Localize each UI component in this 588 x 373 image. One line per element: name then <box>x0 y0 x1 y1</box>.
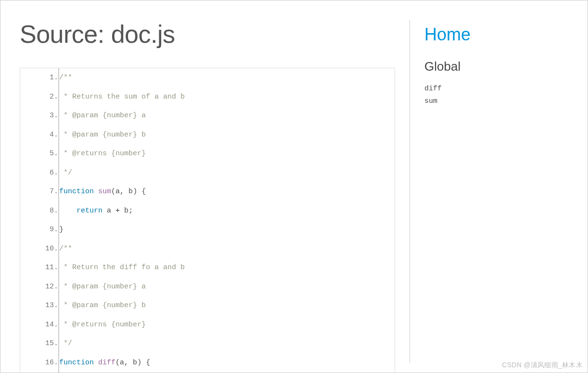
line-number: 3. <box>20 106 59 125</box>
code-line: 11. * Return the diff fo a and b <box>20 258 395 277</box>
code-line: 9.} <box>20 220 395 239</box>
code-line: 6. */ <box>20 163 395 183</box>
watermark: CSDN @清风细雨_林木木 <box>502 361 583 370</box>
code-line: 13. * @param {number} b <box>20 296 395 315</box>
line-content: * @param {number} b <box>59 296 395 315</box>
line-number: 13. <box>20 296 59 315</box>
home-link[interactable]: Home <box>424 25 568 45</box>
line-number: 14. <box>20 315 59 335</box>
global-link-sum[interactable]: sum <box>424 97 437 105</box>
source-code-block: 1./**2. * Returns the sum of a and b3. *… <box>20 68 395 373</box>
line-number: 15. <box>20 334 59 353</box>
line-number: 6. <box>20 163 59 183</box>
code-line: 15. */ <box>20 334 395 353</box>
doc-container: Source: doc.js 1./**2. * Returns the sum… <box>0 0 588 373</box>
line-number: 2. <box>20 87 59 107</box>
line-number: 4. <box>20 125 59 145</box>
line-content: function sum(a, b) { <box>59 182 395 201</box>
code-line: 8. return a + b; <box>20 201 395 221</box>
line-content: * Returns the sum of a and b <box>59 87 395 107</box>
code-line: 1./** <box>20 68 395 87</box>
line-number: 12. <box>20 277 59 297</box>
line-content: * Return the diff fo a and b <box>59 258 395 277</box>
code-line: 16.function diff(a, b) { <box>20 353 395 373</box>
list-item: sum <box>424 95 568 108</box>
line-content: */ <box>59 334 395 353</box>
code-line: 12. * @param {number} a <box>20 277 395 297</box>
line-content: * @returns {number} <box>59 144 395 163</box>
line-number: 11. <box>20 258 59 277</box>
code-line: 14. * @returns {number} <box>20 315 395 335</box>
line-number: 5. <box>20 144 59 163</box>
code-line: 4. * @param {number} b <box>20 125 395 145</box>
line-content: * @returns {number} <box>59 315 395 335</box>
code-table: 1./**2. * Returns the sum of a and b3. *… <box>20 68 395 373</box>
line-content: */ <box>59 163 395 183</box>
line-content: function diff(a, b) { <box>59 353 395 373</box>
list-item: diff <box>424 83 568 95</box>
code-line: 7.function sum(a, b) { <box>20 182 395 201</box>
line-content: * @param {number} a <box>59 277 395 297</box>
line-number: 10. <box>20 239 59 259</box>
line-number: 1. <box>20 68 59 87</box>
main-content: Source: doc.js 1./**2. * Returns the sum… <box>20 20 409 363</box>
line-number: 9. <box>20 220 59 239</box>
line-content: } <box>59 220 395 239</box>
code-line: 5. * @returns {number} <box>20 144 395 163</box>
line-number: 8. <box>20 201 59 221</box>
page-title: Source: doc.js <box>20 20 395 49</box>
sidebar-heading-global: Global <box>424 59 568 74</box>
line-content: /** <box>59 239 395 259</box>
global-list: diffsum <box>424 83 568 107</box>
line-content: return a + b; <box>59 201 395 221</box>
sidebar: Home Global diffsum <box>409 20 568 363</box>
line-number: 16. <box>20 353 59 373</box>
code-line: 3. * @param {number} a <box>20 106 395 125</box>
code-line: 2. * Returns the sum of a and b <box>20 87 395 107</box>
line-content: * @param {number} a <box>59 106 395 125</box>
line-content: * @param {number} b <box>59 125 395 145</box>
code-line: 10./** <box>20 239 395 259</box>
line-number: 7. <box>20 182 59 201</box>
global-link-diff[interactable]: diff <box>424 85 442 93</box>
line-content: /** <box>59 68 395 87</box>
